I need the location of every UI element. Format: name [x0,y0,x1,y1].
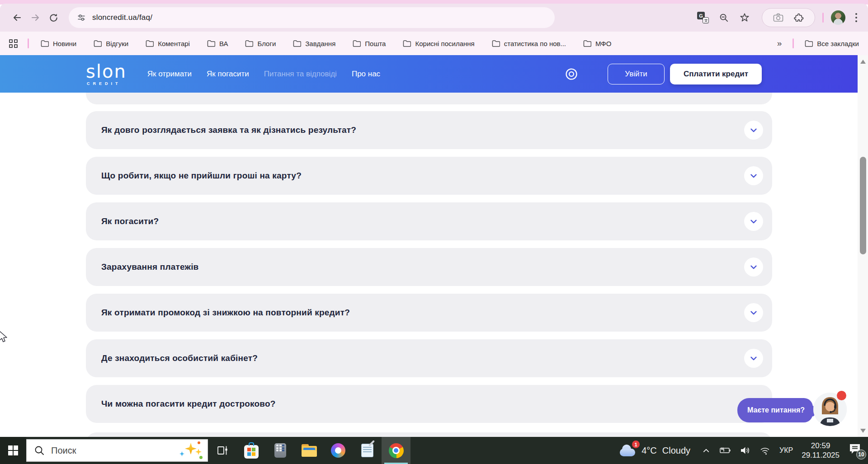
network-icon[interactable] [759,445,771,455]
zoom-icon[interactable] [715,9,733,27]
task-view-button[interactable] [208,437,237,464]
login-button[interactable]: Увійти [608,64,665,84]
url-text[interactable]: sloncredit.ua/faq/ [92,13,152,22]
reload-button[interactable] [44,9,62,27]
folder-icon [207,40,215,47]
bookmark-folder[interactable]: ВА [207,40,228,47]
weather-temperature: 4°C [642,445,657,456]
bookmarks-bar: Новини Відгуки Коментарі ВА Блоги Завдан… [0,32,868,55]
time: 20:59 [802,441,840,450]
faq-card[interactable]: Як отримати промокод зі знижкою на повто… [86,294,772,332]
site-info-icon[interactable] [77,13,86,22]
page-scrollbar[interactable] [858,55,868,437]
screenshot-camera-icon[interactable] [773,13,784,23]
chat-bubble[interactable]: Маєте питання? [737,398,813,422]
faq-card-partial-top[interactable] [86,93,772,104]
weather-badge: 1 [632,441,640,448]
bookmark-folder[interactable]: Пошта [353,40,386,47]
language-indicator[interactable]: УКР [779,446,793,455]
chevron-down-icon[interactable] [744,166,763,185]
calculator-button[interactable] [266,437,295,464]
search-placeholder: Поиск [51,445,173,456]
bookmark-folder[interactable]: Завдання [293,40,335,47]
system-tray: 1 4°C Cloudy УКР 20:59 29.11.2025 10 [619,437,868,464]
translate-icon[interactable]: G [694,9,712,27]
copilot-icon [331,443,345,458]
pay-credit-button[interactable]: Сплатити кредит [670,64,762,84]
search-icon [34,445,45,456]
site-nav: Як отримати Як погасити Питання та відпо… [147,70,380,79]
microsoft-store-icon [244,445,259,459]
extensions-puzzle-icon[interactable] [794,13,804,23]
faq-card[interactable]: Як погасити? [86,202,772,240]
weather-cloud-icon: 1 [619,445,636,456]
site-logo[interactable]: slon CREDIT [86,62,127,86]
chevron-down-icon[interactable] [744,121,763,140]
bookmark-folder[interactable]: Відгуки [94,40,128,47]
bookmarks-separator-right [793,38,794,48]
all-bookmarks-button[interactable]: Все закладки [805,40,859,47]
chevron-down-icon[interactable] [744,303,763,322]
tray-expand-icon[interactable] [703,448,710,453]
url-bar[interactable]: sloncredit.ua/faq/ [69,7,555,28]
nav-about[interactable]: Про нас [352,70,380,79]
folder-icon [41,40,49,47]
action-center-button[interactable]: 10 [848,443,863,458]
bookmark-folder[interactable]: Коментарі [146,40,190,47]
accessibility-eye-icon[interactable] [564,67,579,81]
toolbar-right: G [694,8,864,27]
taskbar-apps [208,437,410,464]
faq-card[interactable]: Що робити, якщо не прийшли гроші на карт… [86,157,772,195]
start-button[interactable] [0,437,26,464]
chevron-down-icon[interactable] [744,258,763,277]
notepad-button[interactable] [353,437,382,464]
folder-icon [492,40,500,47]
chevron-down-icon[interactable] [744,212,763,231]
bookmark-folder[interactable]: МФО [583,40,611,47]
profile-avatar[interactable] [831,10,845,25]
microsoft-store-button[interactable] [237,437,266,464]
back-button[interactable] [8,9,26,27]
nav-faq[interactable]: Питання та відповіді [264,70,337,79]
extensions-pill [762,8,815,27]
faq-card[interactable]: Де знаходиться особистий кабінет? [86,339,772,377]
forward-button[interactable] [26,9,44,27]
clock[interactable]: 20:59 29.11.2025 [802,441,840,460]
scroll-down-icon[interactable] [858,427,868,434]
faq-card-partial-bottom[interactable] [86,432,772,437]
apps-grid-icon[interactable] [9,39,18,48]
nav-how-to-repay[interactable]: Як погасити [207,70,249,79]
chevron-down-icon[interactable] [744,349,763,368]
taskbar-search[interactable]: Поиск [26,439,208,462]
bookmarks-overflow-icon[interactable]: » [777,38,782,48]
folder-icon [293,40,301,47]
bookmark-star-icon[interactable] [736,9,754,27]
notepad-icon [361,444,373,457]
battery-icon[interactable] [718,447,731,454]
copilot-button[interactable] [324,437,353,464]
volume-icon[interactable] [740,445,750,455]
weather-condition: Cloudy [662,445,690,456]
screen: { "browser": { "url": "sloncredit.ua/faq… [0,0,868,464]
chrome-button[interactable] [382,437,410,464]
chrome-icon [389,443,404,458]
scrollbar-thumb[interactable] [860,157,866,254]
faq-card[interactable]: Зарахування платежів [86,248,772,286]
file-explorer-button[interactable] [295,437,324,464]
faq-card[interactable]: Як довго розглядається заявка та як дізн… [86,111,772,149]
nav-how-to-get[interactable]: Як отримати [147,70,192,79]
bookmark-folder[interactable]: статистика по нов... [492,40,566,47]
menu-icon[interactable] [848,13,864,22]
toolbar-separator [822,13,824,23]
bookmark-folder[interactable]: Блоги [245,40,276,47]
bookmark-folder[interactable]: Корисні посилання [403,40,474,47]
folder-icon [805,40,813,47]
scroll-up-icon[interactable] [858,58,868,65]
bookmark-folder[interactable]: Новини [41,40,76,47]
faq-card[interactable]: Чи можна погасити кредит достроково? [86,385,772,423]
mouse-cursor [0,330,8,347]
weather-widget[interactable]: 1 4°C Cloudy [619,445,690,456]
taskbar: Поиск [0,437,868,464]
chat-notification-dot [837,391,846,400]
notification-count-badge: 10 [856,450,866,459]
